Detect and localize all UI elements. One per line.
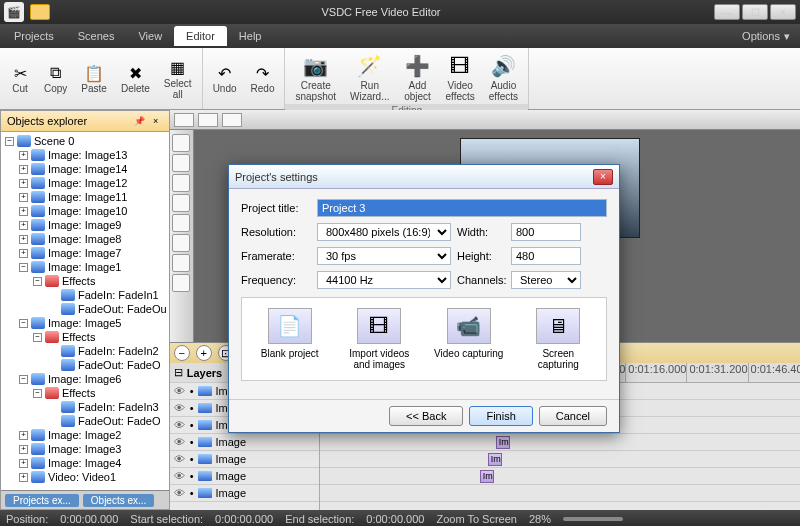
zoom-out-icon[interactable]: − <box>174 345 190 361</box>
objects-tree[interactable]: −Scene 0+Image: Image13+Image: Image14+I… <box>1 132 169 490</box>
undo-button[interactable]: ↶Undo <box>207 61 243 96</box>
timeline-clip[interactable]: Im <box>480 470 494 483</box>
track-row[interactable] <box>320 485 800 502</box>
tree-twisty-icon[interactable]: + <box>19 459 28 468</box>
wizard-button[interactable]: 🪄Run Wizard... <box>344 50 395 104</box>
eye-icon[interactable]: 👁 <box>174 453 186 465</box>
eye-icon[interactable]: 👁 <box>174 487 186 499</box>
copy-button[interactable]: ⧉Copy <box>38 61 73 96</box>
tree-node[interactable]: +Image: Image9 <box>3 218 167 232</box>
zoom-in-icon[interactable]: + <box>196 345 212 361</box>
tree-node[interactable]: −Effects <box>3 330 167 344</box>
tree-node[interactable]: −Scene 0 <box>3 134 167 148</box>
track-row[interactable]: Im <box>320 434 800 451</box>
menu-view[interactable]: View <box>126 26 174 46</box>
tree-twisty-icon[interactable]: + <box>19 221 28 230</box>
tree-node[interactable]: +Image: Image10 <box>3 204 167 218</box>
eye-icon[interactable]: 👁 <box>174 419 186 431</box>
cancel-button[interactable]: Cancel <box>539 406 607 426</box>
menu-help[interactable]: Help <box>227 26 274 46</box>
tree-twisty-icon[interactable]: − <box>19 263 28 272</box>
redo-button[interactable]: ↷Redo <box>245 61 281 96</box>
zoom-slider[interactable] <box>563 517 623 521</box>
menu-scenes[interactable]: Scenes <box>66 26 127 46</box>
track-header[interactable]: 👁•Image <box>170 485 319 502</box>
tree-twisty-icon[interactable]: + <box>19 179 28 188</box>
tab-objects-explorer[interactable]: Objects ex... <box>83 494 155 507</box>
menu-editor[interactable]: Editor <box>174 26 227 46</box>
tree-node[interactable]: −Image: Image5 <box>3 316 167 330</box>
frequency-select[interactable]: 44100 Hz <box>317 271 451 289</box>
eye-icon[interactable]: 👁 <box>174 470 186 482</box>
tree-node[interactable]: FadeIn: FadeIn1 <box>3 288 167 302</box>
eye-icon[interactable]: 👁 <box>174 385 186 397</box>
tool-button[interactable] <box>172 234 190 252</box>
audioeffects-button[interactable]: 🔊Audio effects <box>483 50 524 104</box>
tree-node[interactable]: −Image: Image6 <box>3 372 167 386</box>
tab-projects-explorer[interactable]: Projects ex... <box>5 494 79 507</box>
timeline-clip[interactable]: Im <box>488 453 502 466</box>
tree-twisty-icon[interactable]: + <box>19 431 28 440</box>
tree-node[interactable]: FadeOut: FadeO <box>3 414 167 428</box>
tool-button[interactable] <box>172 154 190 172</box>
track-header[interactable]: 👁•Image <box>170 468 319 485</box>
tree-node[interactable]: −Effects <box>3 274 167 288</box>
track-row[interactable]: Im <box>320 451 800 468</box>
template-blank[interactable]: 📄Blank project <box>248 304 332 374</box>
tool-button[interactable] <box>172 254 190 272</box>
toolbar-button[interactable] <box>174 113 194 127</box>
finish-button[interactable]: Finish <box>469 406 532 426</box>
tree-twisty-icon[interactable]: + <box>19 151 28 160</box>
close-button[interactable]: × <box>770 4 796 20</box>
tree-node[interactable]: −Image: Image1 <box>3 260 167 274</box>
tree-twisty-icon[interactable]: + <box>19 207 28 216</box>
toolbar-button[interactable] <box>222 113 242 127</box>
tool-button[interactable] <box>172 274 190 292</box>
panel-close-icon[interactable]: × <box>149 114 163 128</box>
width-input[interactable] <box>511 223 581 241</box>
tree-node[interactable]: +Image: Image3 <box>3 442 167 456</box>
tree-twisty-icon[interactable]: − <box>33 389 42 398</box>
tree-twisty-icon[interactable]: − <box>19 319 28 328</box>
template-video-capture[interactable]: 📹Video capturing <box>427 304 511 374</box>
tree-node[interactable]: +Image: Image11 <box>3 190 167 204</box>
tree-twisty-icon[interactable]: + <box>19 473 28 482</box>
tree-twisty-icon[interactable]: + <box>19 235 28 244</box>
tree-twisty-icon[interactable]: − <box>5 137 14 146</box>
track-header[interactable]: 👁•Image <box>170 451 319 468</box>
tree-twisty-icon[interactable]: − <box>19 375 28 384</box>
tree-node[interactable]: FadeOut: FadeO <box>3 358 167 372</box>
minimize-button[interactable]: — <box>714 4 740 20</box>
addobject-button[interactable]: ➕Add object <box>398 50 438 104</box>
toolbar-button[interactable] <box>198 113 218 127</box>
tree-twisty-icon[interactable]: + <box>19 249 28 258</box>
expand-icon[interactable]: ⊟ <box>174 366 183 379</box>
tree-twisty-icon[interactable]: + <box>19 445 28 454</box>
resolution-select[interactable]: 800x480 pixels (16:9) <box>317 223 451 241</box>
tree-node[interactable]: +Image: Image2 <box>3 428 167 442</box>
height-input[interactable] <box>511 247 581 265</box>
tree-twisty-icon[interactable]: − <box>33 277 42 286</box>
project-title-input[interactable] <box>317 199 607 217</box>
tree-node[interactable]: +Image: Image4 <box>3 456 167 470</box>
tree-node[interactable]: FadeIn: FadeIn2 <box>3 344 167 358</box>
tree-node[interactable]: +Image: Image14 <box>3 162 167 176</box>
tree-node[interactable]: +Video: Video1 <box>3 470 167 484</box>
menu-projects[interactable]: Projects <box>2 26 66 46</box>
maximize-button[interactable]: ☐ <box>742 4 768 20</box>
pin-icon[interactable]: 📌 <box>133 114 147 128</box>
tree-node[interactable]: +Image: Image12 <box>3 176 167 190</box>
dialog-close-button[interactable]: × <box>593 169 613 185</box>
tool-button[interactable] <box>172 194 190 212</box>
tree-node[interactable]: −Effects <box>3 386 167 400</box>
tool-button[interactable] <box>172 214 190 232</box>
selectall-button[interactable]: ▦Select all <box>158 56 198 102</box>
eye-icon[interactable]: 👁 <box>174 436 186 448</box>
track-header[interactable]: 👁•Image <box>170 434 319 451</box>
timeline-clip[interactable]: Im <box>496 436 510 449</box>
tree-node[interactable]: +Image: Image13 <box>3 148 167 162</box>
track-row[interactable]: Im <box>320 468 800 485</box>
delete-button[interactable]: ✖Delete <box>115 61 156 96</box>
cut-button[interactable]: ✂Cut <box>4 61 36 96</box>
tree-node[interactable]: +Image: Image8 <box>3 232 167 246</box>
